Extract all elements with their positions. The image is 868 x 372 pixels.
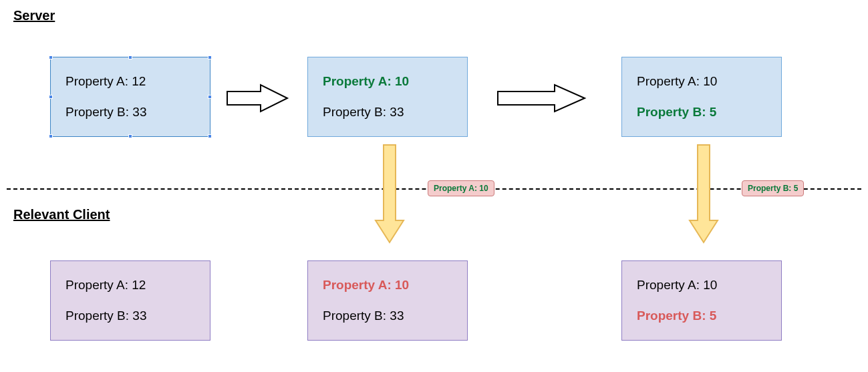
server-state-2: Property A: 10 Property B: 5 <box>621 57 782 137</box>
prop-b-value: 5 <box>710 105 717 119</box>
prop-b-label: Property B: <box>65 309 129 323</box>
client-state-0-prop-a: Property A: 12 <box>65 278 195 293</box>
arrow-right-icon <box>494 81 588 115</box>
selection-handle <box>208 55 212 59</box>
prop-a-value: 10 <box>395 278 409 292</box>
prop-b-value: 5 <box>710 309 717 323</box>
prop-b-label: Property B: <box>323 309 386 323</box>
server-state-0: Property A: 12 Property B: 33 <box>50 57 210 137</box>
server-state-1: Property A: 10 Property B: 33 <box>307 57 468 137</box>
prop-a-label: Property A: <box>323 278 392 292</box>
svg-marker-0 <box>227 85 287 112</box>
selection-handle <box>208 134 212 138</box>
prop-b-value: 33 <box>390 309 404 323</box>
prop-a-label: Property A: <box>637 74 700 88</box>
server-state-2-prop-b: Property B: 5 <box>637 105 766 120</box>
svg-marker-2 <box>376 145 404 242</box>
client-state-0-prop-b: Property B: 33 <box>65 309 195 323</box>
client-state-1-prop-a: Property A: 10 <box>323 278 452 293</box>
selection-handle <box>128 134 132 138</box>
prop-a-value: 10 <box>395 74 409 88</box>
server-state-1-prop-a: Property A: 10 <box>323 74 452 89</box>
client-state-2: Property A: 10 Property B: 5 <box>621 260 782 341</box>
prop-b-label: Property B: <box>65 105 129 119</box>
arrow-down-icon <box>688 144 719 244</box>
arrow-down-icon <box>374 144 405 244</box>
payload-badge-0: Property A: 10 <box>428 180 494 196</box>
client-state-2-prop-b: Property B: 5 <box>637 309 766 323</box>
prop-a-value: 10 <box>703 74 717 88</box>
prop-b-label: Property B: <box>637 309 706 323</box>
prop-b-label: Property B: <box>637 105 706 119</box>
server-state-0-prop-a: Property A: 12 <box>65 74 195 89</box>
client-heading: Relevant Client <box>13 207 110 222</box>
selection-handle <box>49 134 53 138</box>
payload-badge-1: Property B: 5 <box>742 180 804 196</box>
prop-a-value: 12 <box>132 74 146 88</box>
payload-value: 10 <box>479 184 488 193</box>
prop-a-value: 10 <box>703 278 717 292</box>
prop-a-label: Property A: <box>323 74 392 88</box>
svg-marker-1 <box>498 85 585 112</box>
payload-value: 5 <box>794 184 799 193</box>
prop-a-label: Property A: <box>637 278 700 292</box>
prop-a-label: Property A: <box>65 278 128 292</box>
arrow-right-icon <box>224 81 291 115</box>
prop-b-value: 33 <box>390 105 404 119</box>
client-state-1-prop-b: Property B: 33 <box>323 309 452 323</box>
client-state-2-prop-a: Property A: 10 <box>637 278 766 293</box>
server-heading: Server <box>13 8 55 23</box>
prop-b-label: Property B: <box>323 105 386 119</box>
server-state-0-prop-b: Property B: 33 <box>65 105 195 120</box>
prop-b-value: 33 <box>132 105 146 119</box>
prop-a-label: Property A: <box>65 74 128 88</box>
selection-handle <box>49 95 53 99</box>
svg-marker-3 <box>690 145 718 242</box>
server-state-1-prop-b: Property B: 33 <box>323 105 452 120</box>
client-state-0: Property A: 12 Property B: 33 <box>50 260 210 341</box>
prop-b-value: 33 <box>132 309 146 323</box>
selection-handle <box>49 55 53 59</box>
selection-handle <box>128 55 132 59</box>
server-state-2-prop-a: Property A: 10 <box>637 74 766 89</box>
payload-label: Property A: <box>434 184 477 193</box>
selection-handle <box>208 95 212 99</box>
client-state-1: Property A: 10 Property B: 33 <box>307 260 468 341</box>
payload-label: Property B: <box>748 184 791 193</box>
prop-a-value: 12 <box>132 278 146 292</box>
